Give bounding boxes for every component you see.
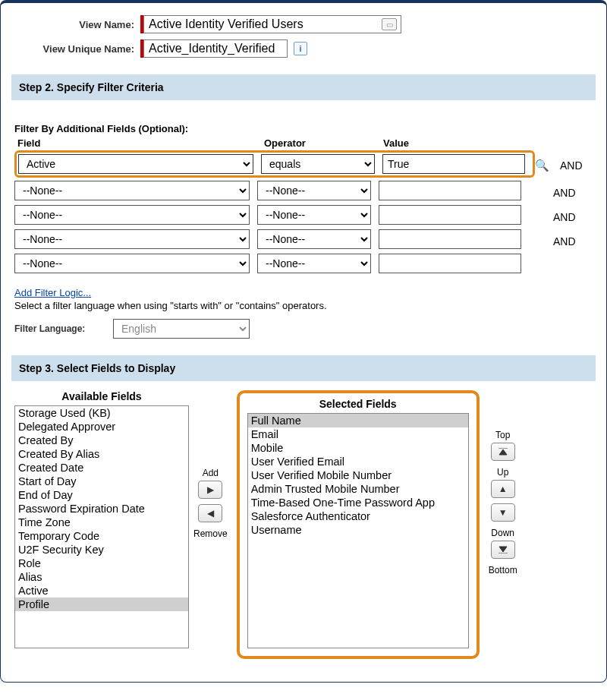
card-icon: ▭ xyxy=(382,18,397,30)
step-3-header: Step 3. Select Fields to Display xyxy=(11,355,596,381)
list-item[interactable]: Temporary Code xyxy=(15,529,188,543)
list-item[interactable]: Alias xyxy=(15,570,188,584)
top-label: Top xyxy=(495,430,510,440)
add-button[interactable]: ▶ xyxy=(198,481,222,499)
selected-column: Selected Fields Full NameEmailMobileUser… xyxy=(247,398,469,648)
selected-highlight-box: Selected Fields Full NameEmailMobileUser… xyxy=(237,390,480,659)
and-label: AND xyxy=(553,187,590,199)
add-filter-logic-link[interactable]: Add Filter Logic... xyxy=(14,287,91,298)
down-label: Down xyxy=(491,528,514,538)
list-item[interactable]: Created By Alias xyxy=(15,447,188,461)
filter-row: --None----None-- xyxy=(14,229,527,249)
bottom-button[interactable] xyxy=(491,541,515,559)
list-item[interactable]: Email xyxy=(248,427,468,441)
filter-field-select[interactable]: --None-- xyxy=(14,229,250,249)
list-item[interactable]: Mobile xyxy=(248,441,468,455)
filter-language-select[interactable]: English xyxy=(113,319,250,339)
duolist: Available Fields Storage Used (KB)Delega… xyxy=(14,390,593,659)
list-item[interactable]: Username xyxy=(248,523,468,537)
filter-operator-select[interactable]: --None-- xyxy=(257,181,371,200)
filter-field-select[interactable]: --None-- xyxy=(14,254,250,273)
step-2-header: Step 2. Specify Filter Criteria xyxy=(11,74,596,100)
filter-row: --None----None-- xyxy=(14,181,527,200)
list-item[interactable]: Salesforce Authenticator xyxy=(248,509,468,523)
filter-value-input[interactable] xyxy=(379,254,521,273)
list-item[interactable]: Start of Day xyxy=(15,475,188,488)
view-unique-name-row: View Unique Name: i xyxy=(14,39,593,58)
up-button[interactable]: ▲ xyxy=(491,480,515,498)
view-unique-name-label: View Unique Name: xyxy=(14,43,140,55)
col-header-value: Value xyxy=(383,137,527,149)
list-item[interactable]: Time-Based One-Time Password App xyxy=(248,496,468,509)
and-label: AND xyxy=(560,159,593,172)
lookup-icon[interactable]: 🔍 xyxy=(535,159,549,172)
remove-button[interactable]: ◀ xyxy=(198,504,222,522)
list-item[interactable]: User Verified Email xyxy=(248,455,468,468)
selected-fields-listbox[interactable]: Full NameEmailMobileUser Verified EmailU… xyxy=(247,413,469,648)
list-item[interactable]: Full Name xyxy=(248,414,468,427)
view-unique-name-input[interactable] xyxy=(143,39,288,58)
filter-hint: Select a filter language when using "sta… xyxy=(14,300,593,311)
filter-field-select[interactable]: --None-- xyxy=(14,181,250,200)
list-item[interactable]: Storage Used (KB) xyxy=(15,406,188,420)
list-item[interactable]: Profile xyxy=(15,598,188,611)
remove-label: Remove xyxy=(193,528,228,539)
view-name-label: View Name: xyxy=(14,19,140,30)
info-icon[interactable]: i xyxy=(294,42,307,55)
filter-value-input[interactable] xyxy=(379,181,521,200)
bottom-label: Bottom xyxy=(489,565,517,575)
col-header-field: Field xyxy=(14,137,264,149)
list-item[interactable]: Active xyxy=(15,584,188,598)
down-button[interactable]: ▼ xyxy=(491,503,515,522)
filter-language-row: Filter Language: English xyxy=(14,319,593,339)
list-item[interactable]: Password Expiration Date xyxy=(15,502,188,516)
add-label: Add xyxy=(203,468,219,478)
filter-operator-select[interactable]: --None-- xyxy=(257,205,371,225)
list-item[interactable]: Admin Trusted Mobile Number xyxy=(248,482,468,496)
list-item[interactable]: U2F Security Key xyxy=(15,543,188,557)
and-label: AND xyxy=(553,211,590,223)
filter-language-label: Filter Language: xyxy=(14,323,113,334)
available-title: Available Fields xyxy=(61,390,141,402)
filter-row: --None----None-- xyxy=(14,205,527,225)
filter-value-input[interactable] xyxy=(382,154,525,174)
add-remove-column: Add ▶ ◀ Remove xyxy=(193,390,228,541)
filter-header-row: Field Operator Value xyxy=(14,137,593,149)
filter-field-select[interactable]: --None-- xyxy=(14,205,250,225)
filter-by-title: Filter By Additional Fields (Optional): xyxy=(14,123,593,134)
view-name-row: View Name: ▭ xyxy=(14,15,593,33)
filter-value-input[interactable] xyxy=(379,229,521,249)
list-item[interactable]: End of Day xyxy=(15,488,188,502)
reorder-column: Top Up ▲ ▼ Down Bottom xyxy=(489,390,517,577)
filter-field-select[interactable]: Active xyxy=(18,154,253,174)
list-item[interactable]: Created By xyxy=(15,434,188,447)
up-label: Up xyxy=(497,467,508,478)
filter-operator-select[interactable]: --None-- xyxy=(257,254,371,273)
view-name-input[interactable] xyxy=(143,15,401,33)
and-label: AND xyxy=(553,235,590,248)
available-fields-listbox[interactable]: Storage Used (KB)Delegated ApproverCreat… xyxy=(14,405,189,648)
top-button[interactable] xyxy=(491,443,515,461)
selected-title: Selected Fields xyxy=(319,398,397,410)
filter-value-input[interactable] xyxy=(379,205,521,225)
filter-row: --None----None-- xyxy=(14,254,527,273)
filter-operator-select[interactable]: equals xyxy=(261,154,375,174)
filter-row-highlight: Activeequals xyxy=(14,150,535,178)
list-item[interactable]: Role xyxy=(15,557,188,570)
filter-rows: Activeequals🔍AND--None----None--AND--Non… xyxy=(14,150,593,278)
col-header-operator: Operator xyxy=(264,137,383,149)
list-item[interactable]: Created Date xyxy=(15,461,188,475)
list-item[interactable]: Time Zone xyxy=(15,516,188,529)
available-column: Available Fields Storage Used (KB)Delega… xyxy=(14,390,189,648)
filter-operator-select[interactable]: --None-- xyxy=(257,229,371,249)
list-item[interactable]: User Verified Mobile Number xyxy=(248,468,468,482)
filter-row: Activeequals xyxy=(18,154,531,174)
list-item[interactable]: Delegated Approver xyxy=(15,420,188,434)
